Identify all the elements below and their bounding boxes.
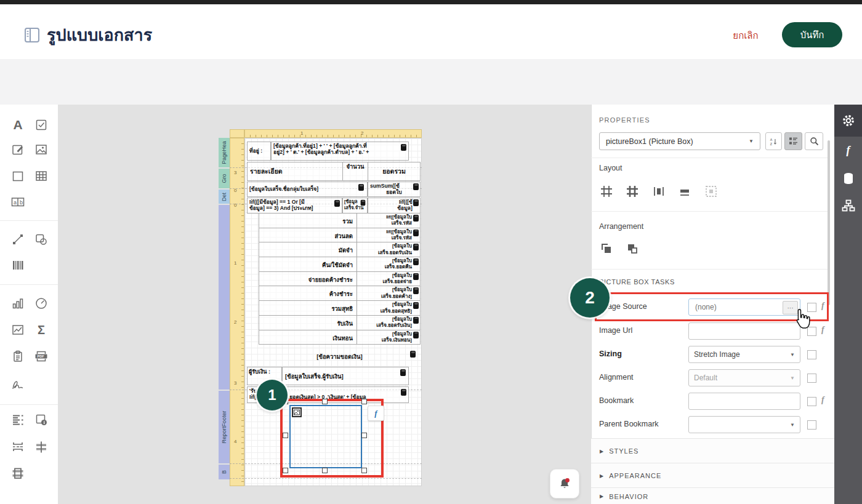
settings-rail-button[interactable] (834, 108, 862, 133)
total-value[interactable]: [ข้อมูลใบเสร็จ.ยอดคืน (356, 257, 420, 271)
resize-handle[interactable] (283, 468, 288, 473)
resize-handle[interactable] (322, 399, 328, 404)
report-cell-paid-expression[interactable]: 'รับ ' + Iif([ข้อมูลใบเสร็จ.ยอดเงินสด] >… (247, 386, 409, 403)
tool-chart[interactable] (8, 294, 28, 313)
band-group-header[interactable]: Gro (219, 169, 230, 188)
tool-richtext[interactable] (8, 140, 28, 159)
tool-page-break[interactable] (8, 437, 28, 457)
tool-label[interactable]: A (8, 115, 28, 135)
section-behavior[interactable]: ▶BEHAVIOR (591, 487, 834, 504)
report-cell-receiver-label[interactable]: ผู้รับเงิน : (247, 367, 282, 385)
browse-button[interactable]: ··· (783, 301, 798, 314)
bring-to-front-button[interactable] (598, 240, 614, 257)
image-source-input[interactable]: ··· (688, 298, 800, 316)
save-button[interactable]: บันทึก (782, 22, 842, 47)
bookmark-value[interactable] (694, 396, 800, 406)
resize-handle[interactable] (322, 468, 328, 473)
section-styles[interactable]: ▶STYLES (591, 438, 834, 463)
total-value[interactable]: [ข้อมูลใบเสร็จ.ยอดจ่าย (356, 272, 420, 286)
total-label[interactable]: คืน/ใช้มัดจำ (259, 257, 356, 271)
send-to-back-button[interactable] (624, 240, 640, 257)
total-label[interactable]: จ่ายยอดค้างชำระ (259, 272, 356, 286)
total-label[interactable]: มัดจำ (259, 242, 356, 257)
tool-page-info[interactable] (31, 410, 51, 430)
total-label[interactable]: เงินทอน (259, 330, 356, 345)
section-appearance[interactable]: ▶APPEARANCE (591, 463, 834, 488)
total-label[interactable]: รับเงิน (259, 316, 356, 330)
report-cell-col-qty[interactable]: จำนวน (342, 162, 368, 181)
parent-bookmark-checkbox[interactable] (807, 420, 816, 430)
tool-gauge[interactable] (31, 294, 51, 313)
notification-button[interactable] (550, 469, 579, 498)
tool-table[interactable] (31, 166, 51, 186)
layout-snap-grid-button[interactable] (598, 183, 614, 199)
image-url-expression-icon[interactable]: f (821, 325, 824, 335)
component-selector-dropdown[interactable]: pictureBox1 (Picture Box) ▼ (599, 132, 760, 150)
search-properties-button[interactable] (805, 132, 823, 150)
category-view-button[interactable] (784, 132, 802, 150)
total-value[interactable]: [ข้อมูลใบเสร็จ.ยอดค้าง] (356, 286, 420, 300)
total-value[interactable]: Iif([ข้อมูลใบเสร็จ.รหัส (356, 228, 420, 242)
layout-align-center-h-button[interactable] (650, 183, 667, 199)
band-group-footer[interactable] (219, 205, 230, 390)
report-cell-address-expression[interactable]: [ข้อมูลลูกค้า.ที่อยู่1] + ' ' + [ข้อมูลล… (271, 142, 409, 161)
tool-shape[interactable] (31, 230, 51, 249)
tool-cross-band-box[interactable] (8, 463, 28, 483)
parent-bookmark-dropdown[interactable]: ▼ (688, 416, 800, 433)
total-label[interactable]: ส่วนลด (259, 228, 356, 242)
cancel-button[interactable]: ยกเลิก (724, 28, 767, 44)
tool-panel[interactable] (8, 166, 28, 186)
alignment-checkbox[interactable] (807, 374, 816, 383)
tool-cross-band-line[interactable] (31, 437, 51, 457)
report-cell-detail-total[interactable]: Iif(([ข้ ข้อมูล] (368, 198, 421, 214)
report-cell-group-sum[interactable]: sumSum([ข้ ยอดใบ (368, 182, 421, 197)
tool-pdf-content[interactable]: PDF (31, 346, 51, 366)
sizing-dropdown[interactable]: Stretch Image ▼ (688, 346, 800, 363)
picture-box-expression-button[interactable]: f (368, 406, 384, 421)
bookmark-checkbox[interactable] (807, 397, 816, 406)
report-cell-col-detail[interactable]: รายละเอียด (247, 162, 343, 181)
image-source-expression-icon[interactable]: f (821, 301, 824, 311)
sizing-checkbox[interactable] (807, 350, 816, 359)
tool-line[interactable] (8, 230, 28, 249)
total-label[interactable]: รวม (259, 214, 356, 228)
total-label[interactable]: รวมสุทธิ (259, 301, 356, 315)
report-cell-detail-expression[interactable]: Iif(([มีข้อมูล] == 1 Or [มี ข้อมูล] == 3… (247, 198, 342, 214)
tool-barcode[interactable] (8, 255, 28, 275)
total-label[interactable]: ค้างชำระ (259, 286, 356, 300)
alignment-dropdown[interactable]: Default ▼ (688, 369, 800, 386)
resize-handle[interactable] (361, 433, 367, 438)
image-url-input[interactable] (688, 322, 800, 340)
image-url-value[interactable] (694, 326, 800, 336)
report-cell-receiver-expression[interactable]: [ข้อมูลใบเสร็จ.ผู้รับเงิน] (282, 367, 409, 385)
layout-fit-container-button[interactable] (703, 183, 719, 199)
tool-table-of-contents[interactable] (8, 410, 28, 430)
band-detail[interactable]: Det (219, 190, 230, 204)
report-cell-detail-qty[interactable]: [ข้อมูล เสร็จ.จำน (342, 198, 368, 214)
tool-picture-box[interactable] (31, 140, 51, 159)
resize-handle[interactable] (283, 433, 288, 438)
total-value[interactable]: [ข้อมูลใบเสร็จ.ยอดสุทธิ] (356, 301, 420, 315)
total-value[interactable]: Iif([ข้อมูลใบเสร็จ.รหัส (356, 214, 420, 228)
total-value[interactable]: [ข้อมูลใบเสร็จ.ยอดรับเงิน] (356, 316, 420, 330)
band-report-footer[interactable]: ReportFooter (219, 391, 230, 463)
bookmark-expression-icon[interactable]: f (821, 395, 824, 405)
band-page-header[interactable]: PageHea (219, 138, 230, 167)
report-cell-group-expression[interactable]: [ข้อมูลใบเสร็จ.ชื่อกลุ่มใบเสร็จ] (247, 182, 368, 197)
tool-character-comb[interactable]: ab (8, 192, 28, 212)
sort-alphabetical-button[interactable]: AZ (765, 132, 782, 150)
report-explorer-rail-button[interactable] (834, 193, 862, 218)
layout-align-center-v-button[interactable] (676, 183, 693, 199)
report-cell-note[interactable]: [ข้อความขอดเงิน] (259, 350, 421, 363)
tool-subreport[interactable] (8, 346, 28, 366)
tool-checkbox[interactable] (31, 115, 51, 135)
picture-box-smart-tag[interactable] (292, 407, 302, 417)
report-cell-address-label[interactable]: ที่อยู่ : (247, 142, 271, 161)
layout-snap-lines-button[interactable] (624, 183, 640, 199)
data-source-rail-button[interactable] (834, 166, 862, 191)
image-url-checkbox[interactable] (807, 327, 816, 336)
tool-summary[interactable]: Σ (31, 320, 51, 340)
total-value[interactable]: [ข้อมูลใบเสร็จ.ยอดรับเงิน (356, 242, 420, 257)
report-cell-col-total[interactable]: ยอดรวม (368, 162, 421, 181)
resize-handle[interactable] (361, 468, 367, 473)
